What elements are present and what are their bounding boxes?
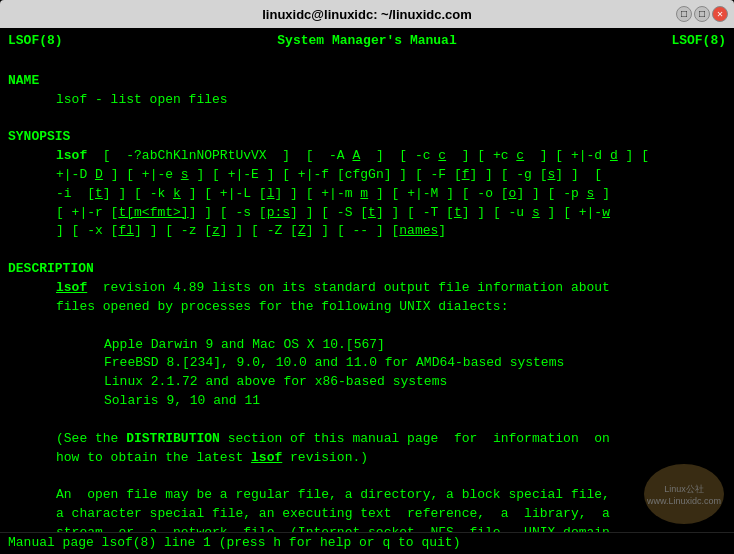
- synopsis-line-5: ] [ -x [fl] ] [ -z [z] ] [ -Z [Z] ] [ --…: [56, 222, 726, 241]
- desc-open1: An open file may be a regular file, a di…: [56, 486, 726, 505]
- manual-header: LSOF(8) System Manager's Manual LSOF(8): [8, 32, 726, 51]
- desc-open3: stream or a network file (Internet socke…: [56, 524, 726, 532]
- desc-open2: a character special file, an executing t…: [56, 505, 726, 524]
- header-center: System Manager's Manual: [277, 32, 456, 51]
- close-button[interactable]: ✕: [712, 6, 728, 22]
- synopsis-line-2: +|-D D ] [ +|-e s ] [ +|-E ] [ +|-f [cfg…: [56, 166, 726, 185]
- statusbar: Manual page lsof(8) line 1 (press h for …: [0, 532, 734, 554]
- statusbar-text: Manual page lsof(8) line 1 (press h for …: [8, 535, 460, 550]
- titlebar-controls[interactable]: □ □ ✕: [676, 6, 728, 22]
- synopsis-line-3: -i [t] ] [ -k k ] [ +|-L [l] ] [ +|-m m …: [56, 185, 726, 204]
- synopsis-section: SYNOPSIS lsof [ -?abChKlnNOPRtUvVX ] [ -…: [8, 128, 726, 241]
- synopsis-content: lsof [ -?abChKlnNOPRtUvVX ] [ -A A ] [ -…: [8, 147, 726, 241]
- header-left: LSOF(8): [8, 32, 63, 51]
- synopsis-line-1: lsof [ -?abChKlnNOPRtUvVX ] [ -A A ] [ -…: [56, 147, 726, 166]
- desc-line-1: lsof revision 4.89 lists on its standard…: [56, 279, 726, 298]
- desc-see: (See the DISTRIBUTION section of this ma…: [56, 430, 726, 449]
- titlebar: linuxidc@linuxidc: ~/linuxidc.com □ □ ✕: [0, 0, 734, 28]
- header-right: LSOF(8): [671, 32, 726, 51]
- description-header: DESCRIPTION: [8, 260, 726, 279]
- desc-apple: Apple Darwin 9 and Mac OS X 10.[567]: [56, 336, 726, 355]
- minimize-button[interactable]: □: [676, 6, 692, 22]
- name-header: NAME: [8, 72, 726, 91]
- description-section: DESCRIPTION lsof revision 4.89 lists on …: [8, 260, 726, 532]
- desc-freebsd: FreeBSD 8.[234], 9.0, 10.0 and 11.0 for …: [56, 354, 726, 373]
- description-content: lsof revision 4.89 lists on its standard…: [8, 279, 726, 532]
- synopsis-header: SYNOPSIS: [8, 128, 726, 147]
- desc-line-2: files opened by processes for the follow…: [56, 298, 726, 317]
- desc-solaris: Solaris 9, 10 and 11: [56, 392, 726, 411]
- desc-linux: Linux 2.1.72 and above for x86-based sys…: [56, 373, 726, 392]
- desc-obtain: how to obtain the latest lsof revision.): [56, 449, 726, 468]
- name-content: lsof - list open files: [8, 91, 726, 110]
- maximize-button[interactable]: □: [694, 6, 710, 22]
- synopsis-line-4: [ +|-r [t[m<fmt>]] ] [ -s [p:s] ] [ -S […: [56, 204, 726, 223]
- terminal: LSOF(8) System Manager's Manual LSOF(8) …: [0, 28, 734, 532]
- name-section: NAME lsof - list open files: [8, 72, 726, 110]
- titlebar-title: linuxidc@linuxidc: ~/linuxidc.com: [262, 7, 472, 22]
